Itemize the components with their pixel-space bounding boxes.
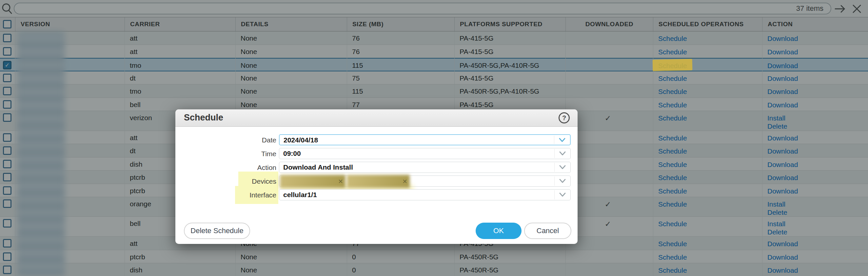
select-divider xyxy=(554,149,555,158)
chevron-down-icon[interactable] xyxy=(559,165,566,170)
date-select[interactable]: 2024/04/18 xyxy=(279,134,571,145)
dialog-title: Schedule xyxy=(184,113,223,123)
action-select[interactable]: Download And Install xyxy=(279,162,571,173)
device-chip-redacted[interactable]: × xyxy=(347,175,410,188)
chevron-down-icon[interactable] xyxy=(559,179,566,183)
interface-select[interactable]: cellular1/1 xyxy=(279,189,571,200)
help-icon[interactable]: ? xyxy=(559,112,570,124)
action-label: Action xyxy=(175,164,276,172)
schedule-dialog-header: Schedule ? xyxy=(175,109,578,127)
chip-remove-x-icon[interactable]: × xyxy=(403,177,407,186)
time-field-row: Time 09:00 xyxy=(175,148,578,159)
chip-redacted-blur xyxy=(347,175,410,188)
select-divider xyxy=(554,190,555,199)
select-divider xyxy=(554,136,554,144)
interface-label: Interface xyxy=(175,191,276,199)
time-select[interactable]: 09:00 xyxy=(279,148,571,159)
devices-field-row: Devices × × xyxy=(175,175,578,186)
schedule-highlight-marker xyxy=(653,59,693,71)
chevron-down-icon[interactable] xyxy=(559,193,566,197)
select-divider xyxy=(554,176,555,186)
device-chip-redacted[interactable]: × xyxy=(280,175,345,188)
ok-button[interactable]: OK xyxy=(476,222,522,239)
interface-field-row: Interface cellular1/1 xyxy=(175,189,578,200)
delete-schedule-button[interactable]: Delete Schedule xyxy=(184,222,250,239)
chevron-down-icon[interactable] xyxy=(559,138,565,142)
schedule-dialog: Schedule ? Date 2024/04/18 Time 09:00 xyxy=(175,109,578,244)
select-divider xyxy=(554,163,555,172)
chevron-down-icon[interactable] xyxy=(559,151,566,156)
devices-label: Devices xyxy=(175,177,276,185)
date-label: Date xyxy=(175,136,276,144)
devices-multiselect[interactable]: × × xyxy=(279,175,571,186)
chip-redacted-blur xyxy=(280,175,345,188)
cancel-button[interactable]: Cancel xyxy=(524,222,571,239)
firmware-versions-screen: attNone76PA-415-5GScheduleDownloadattNon… xyxy=(0,0,868,276)
time-label: Time xyxy=(175,150,276,158)
chip-remove-x-icon[interactable]: × xyxy=(338,177,343,186)
action-field-row: Action Download And Install xyxy=(175,162,578,173)
date-field-row: Date 2024/04/18 xyxy=(175,134,578,145)
